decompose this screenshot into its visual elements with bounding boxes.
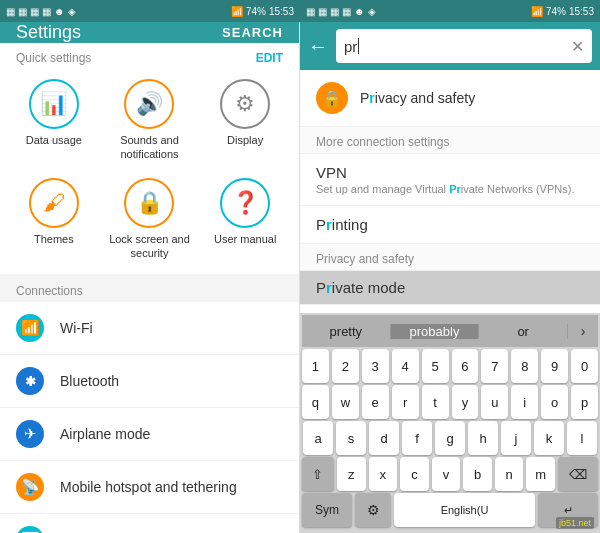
key-a[interactable]: a	[303, 421, 333, 455]
key-i[interactable]: i	[511, 385, 538, 419]
search-button[interactable]: SEARCH	[222, 25, 283, 40]
list-item-data-usage[interactable]: 📊 Data usage	[0, 514, 299, 533]
time-right: 15:53	[569, 6, 594, 17]
battery-text-right: 74%	[546, 6, 566, 17]
key-s[interactable]: s	[336, 421, 366, 455]
edit-button[interactable]: EDIT	[256, 51, 283, 65]
icon-sounds[interactable]: 🔊 Sounds and notifications	[104, 73, 196, 168]
data-usage-label: Data usage	[26, 133, 82, 147]
key-h[interactable]: h	[468, 421, 498, 455]
key-e[interactable]: e	[362, 385, 389, 419]
connections-header: Connections	[0, 274, 299, 302]
section-more-label: More connection settings	[316, 135, 449, 149]
search-input[interactable]: pr	[344, 38, 359, 55]
key-f[interactable]: f	[402, 421, 432, 455]
key-y[interactable]: y	[452, 385, 479, 419]
key-shift[interactable]: ⇧	[302, 457, 334, 491]
key-m[interactable]: m	[526, 457, 555, 491]
more-connection-label: More connection settings	[300, 127, 600, 154]
privacy-icon: 🔒	[316, 82, 348, 114]
key-v[interactable]: v	[432, 457, 461, 491]
back-button[interactable]: ←	[308, 35, 328, 58]
keyboard: pretty probably or › 1 2 3 4 5 6 7 8 9 0…	[300, 313, 600, 533]
key-c[interactable]: c	[400, 457, 429, 491]
key-4[interactable]: 4	[392, 349, 419, 383]
hotspot-icon: 📡	[16, 473, 44, 501]
data-usage-list-icon: 📊	[16, 526, 44, 533]
list-item-airplane[interactable]: ✈ Airplane mode	[0, 408, 299, 461]
key-u[interactable]: u	[481, 385, 508, 419]
cursor	[358, 38, 359, 54]
asdf-row: a s d f g h j k l	[302, 421, 598, 455]
suggestion-pretty[interactable]: pretty	[302, 324, 391, 339]
suggestion-probably[interactable]: probably	[391, 324, 480, 339]
icon-user-manual[interactable]: ❓ User manual	[199, 172, 291, 267]
key-1[interactable]: 1	[302, 349, 329, 383]
list-item-hotspot[interactable]: 📡 Mobile hotspot and tethering	[0, 461, 299, 514]
key-l[interactable]: l	[567, 421, 597, 455]
result-privacy-safety[interactable]: 🔒 Privacy and safety	[300, 70, 600, 127]
key-x[interactable]: x	[369, 457, 398, 491]
key-d[interactable]: d	[369, 421, 399, 455]
icon-themes[interactable]: 🖌 Themes	[8, 172, 100, 267]
display-icon: ⚙	[220, 79, 270, 129]
manual-icon: ❓	[220, 178, 270, 228]
key-9[interactable]: 9	[541, 349, 568, 383]
key-gear[interactable]: ⚙	[355, 493, 391, 527]
icon-data-usage[interactable]: 📊 Data usage	[8, 73, 100, 168]
quick-settings-grid: 📊 Data usage 🔊 Sounds and notifications …	[0, 69, 299, 274]
key-b[interactable]: b	[463, 457, 492, 491]
suggestion-or[interactable]: or	[479, 324, 568, 339]
key-8[interactable]: 8	[511, 349, 538, 383]
key-space[interactable]: English(U	[394, 493, 535, 527]
search-input-box[interactable]: pr ✕	[336, 29, 592, 63]
key-sym[interactable]: Sym	[302, 493, 352, 527]
icon-display[interactable]: ⚙ Display	[199, 73, 291, 168]
result-printing[interactable]: Printing	[300, 206, 600, 244]
list-item-wifi[interactable]: 📶 Wi-Fi	[0, 302, 299, 355]
suggestion-expand[interactable]: ›	[568, 323, 598, 339]
suggestions-row: pretty probably or ›	[302, 315, 598, 347]
settings-title: Settings	[16, 22, 81, 43]
time-left: 15:53	[269, 6, 294, 17]
hotspot-label: Mobile hotspot and tethering	[60, 479, 237, 495]
manual-label: User manual	[214, 232, 276, 246]
number-row: 1 2 3 4 5 6 7 8 9 0	[302, 349, 598, 383]
bottom-row: Sym ⚙ English(U ↵	[302, 493, 598, 527]
result-vpn[interactable]: VPN Set up and manage Virtual Private Ne…	[300, 154, 600, 206]
key-k[interactable]: k	[534, 421, 564, 455]
private-mode-title: Private mode	[316, 279, 584, 296]
result-private-mode[interactable]: Private mode	[300, 271, 600, 305]
icon-lock-screen[interactable]: 🔒 Lock screen and security	[104, 172, 196, 267]
wifi-label: Wi-Fi	[60, 320, 93, 336]
key-z[interactable]: z	[337, 457, 366, 491]
list-item-bluetooth[interactable]: ✱ Bluetooth	[0, 355, 299, 408]
key-6[interactable]: 6	[452, 349, 479, 383]
sounds-label: Sounds and notifications	[108, 133, 192, 162]
key-backspace[interactable]: ⌫	[558, 457, 598, 491]
key-o[interactable]: o	[541, 385, 568, 419]
airplane-label: Airplane mode	[60, 426, 150, 442]
key-5[interactable]: 5	[422, 349, 449, 383]
key-r[interactable]: r	[392, 385, 419, 419]
privacy-text: Privacy and safety	[360, 90, 584, 106]
search-results: 🔒 Privacy and safety More connection set…	[300, 70, 600, 313]
clear-button[interactable]: ✕	[571, 37, 584, 56]
key-w[interactable]: w	[332, 385, 359, 419]
key-7[interactable]: 7	[481, 349, 508, 383]
key-g[interactable]: g	[435, 421, 465, 455]
key-0[interactable]: 0	[571, 349, 598, 383]
key-p[interactable]: p	[571, 385, 598, 419]
battery-text: 74%	[246, 6, 266, 17]
key-j[interactable]: j	[501, 421, 531, 455]
key-n[interactable]: n	[495, 457, 524, 491]
key-2[interactable]: 2	[332, 349, 359, 383]
qwerty-row: q w e r t y u i o p	[302, 385, 598, 419]
key-3[interactable]: 3	[362, 349, 389, 383]
key-t[interactable]: t	[422, 385, 449, 419]
vpn-title: VPN	[316, 164, 584, 181]
vpn-subtitle: Set up and manage Virtual Private Networ…	[316, 183, 584, 195]
key-q[interactable]: q	[302, 385, 329, 419]
printing-title: Printing	[316, 216, 584, 233]
themes-icon: 🖌	[29, 178, 79, 228]
